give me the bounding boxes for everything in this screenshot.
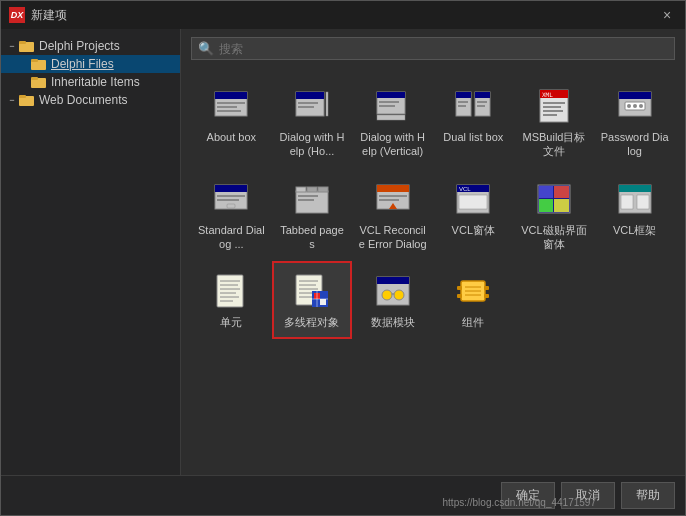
folder-icon: [19, 39, 35, 53]
svg-rect-36: [543, 110, 563, 112]
svg-rect-54: [298, 199, 314, 201]
grid-item-label: Dual list box: [443, 130, 503, 144]
svg-rect-27: [458, 101, 468, 103]
vcl-frame-icon: [615, 179, 655, 219]
svg-rect-17: [298, 106, 314, 108]
svg-rect-7: [19, 95, 26, 98]
svg-rect-47: [217, 199, 239, 201]
svg-rect-99: [484, 286, 489, 290]
svg-rect-98: [457, 286, 462, 290]
about-box-icon: [211, 86, 251, 126]
sidebar-item-delphi-files[interactable]: Delphi Files: [1, 55, 180, 73]
svg-rect-19: [377, 92, 405, 98]
svg-rect-90: [320, 299, 326, 305]
grid-item-vcl-reconcile[interactable]: VCL Reconcile Error Dialog: [352, 169, 433, 262]
svg-rect-24: [456, 92, 471, 98]
svg-rect-1: [19, 41, 26, 44]
grid-item-standard-dialog[interactable]: Standard Dialog ...: [191, 169, 272, 262]
grid-item-password-dialog[interactable]: Password Dialog: [594, 76, 675, 169]
grid-item-vcl-window[interactable]: VCL VCL窗体: [433, 169, 514, 262]
svg-rect-11: [217, 106, 237, 108]
svg-rect-5: [31, 77, 38, 80]
svg-rect-72: [637, 195, 649, 209]
grid-item-data-module[interactable]: 数据模块: [352, 261, 433, 339]
svg-text:VCL: VCL: [459, 186, 471, 192]
items-grid: About box Dialog with Help (Ho... Dialog…: [181, 68, 685, 475]
grid-item-dual-list-box[interactable]: Dual list box: [433, 76, 514, 169]
data-module-icon: [373, 271, 413, 311]
svg-rect-29: [477, 101, 487, 103]
dialog-help-vert-icon: [373, 86, 413, 126]
svg-point-41: [627, 104, 631, 108]
sidebar-item-delphi-projects[interactable]: − Delphi Projects: [1, 37, 180, 55]
grid-item-multi-thread[interactable]: 多线程对象: [272, 261, 353, 339]
svg-rect-49: [296, 191, 328, 213]
grid-item-vcl-frame[interactable]: VCL框架: [594, 169, 675, 262]
svg-text:XML: XML: [542, 91, 553, 98]
folder-icon: [19, 93, 35, 107]
grid-item-label: Standard Dialog ...: [197, 223, 266, 252]
svg-rect-100: [457, 294, 462, 298]
grid-item-label: VCL框架: [613, 223, 656, 237]
vcl-reconcile-icon: [373, 179, 413, 219]
svg-rect-51: [307, 187, 317, 192]
svg-rect-20: [377, 115, 405, 120]
grid-item-tabbed-pages[interactable]: Tabbed pages: [272, 169, 353, 262]
search-bar: 🔍: [181, 29, 685, 68]
svg-rect-30: [477, 105, 485, 107]
grid-item-about-box[interactable]: About box: [191, 76, 272, 169]
dialog-title: 新建项: [31, 7, 67, 24]
svg-rect-39: [619, 92, 651, 99]
grid-item-label: 组件: [462, 315, 484, 329]
grid-item-label: VCL窗体: [452, 223, 495, 237]
svg-rect-71: [621, 195, 633, 209]
svg-rect-88: [320, 293, 326, 299]
search-input-wrap[interactable]: 🔍: [191, 37, 675, 60]
svg-rect-28: [458, 105, 466, 107]
svg-point-96: [394, 290, 404, 300]
svg-rect-37: [543, 114, 557, 116]
svg-rect-22: [379, 105, 395, 107]
tabbed-pages-icon: [292, 179, 332, 219]
svg-rect-53: [298, 195, 318, 197]
grid-item-dialog-help-ho[interactable]: Dialog with Help (Ho...: [272, 76, 353, 169]
svg-rect-94: [377, 277, 409, 284]
main-content: − Delphi Projects Delphi Files Inheritab…: [1, 29, 685, 475]
footer: 确定 取消 帮助: [1, 475, 685, 515]
grid-item-label: Password Dialog: [600, 130, 669, 159]
grid-item-msbuild[interactable]: XML MSBuild目标文件: [514, 76, 595, 169]
search-input[interactable]: [219, 42, 668, 56]
watermark: https://blog.csdn.net/qq_44171597: [443, 497, 596, 508]
svg-rect-46: [217, 195, 245, 197]
grid-item-vcl-magnetic[interactable]: VCL磁贴界面窗体: [514, 169, 595, 262]
grid-item-label: 多线程对象: [284, 315, 339, 329]
svg-rect-21: [379, 101, 399, 103]
close-button[interactable]: ×: [657, 5, 677, 25]
svg-rect-10: [217, 102, 245, 104]
svg-point-42: [633, 104, 637, 108]
sidebar-item-label: Delphi Files: [51, 57, 114, 71]
svg-rect-15: [326, 92, 328, 116]
grid-item-label: VCL磁贴界面窗体: [520, 223, 589, 252]
grid-item-dialog-help-vert[interactable]: Dialog with Help (Vertical): [352, 76, 433, 169]
sidebar-item-label: Inheritable Items: [51, 75, 140, 89]
svg-rect-16: [298, 102, 318, 104]
msbuild-icon: XML: [534, 86, 574, 126]
grid-item-label: Dialog with Help (Ho...: [278, 130, 347, 159]
sidebar-item-web-documents[interactable]: − Web Documents: [1, 91, 180, 109]
help-button[interactable]: 帮助: [621, 482, 675, 509]
grid-item-label: 单元: [220, 315, 242, 329]
svg-rect-56: [377, 185, 409, 192]
svg-rect-57: [379, 195, 407, 197]
grid-item-label: VCL Reconcile Error Dialog: [358, 223, 427, 252]
grid-item-component[interactable]: 组件: [433, 261, 514, 339]
grid-item-unit[interactable]: 单元: [191, 261, 272, 339]
svg-rect-35: [543, 106, 561, 108]
svg-rect-14: [296, 92, 324, 99]
svg-rect-3: [31, 59, 38, 62]
password-dialog-icon: [615, 86, 655, 126]
sidebar-tree: − Delphi Projects Delphi Files Inheritab…: [1, 29, 181, 475]
folder-icon: [31, 75, 47, 89]
sidebar-item-inheritable-items[interactable]: Inheritable Items: [1, 73, 180, 91]
svg-rect-26: [475, 92, 490, 98]
